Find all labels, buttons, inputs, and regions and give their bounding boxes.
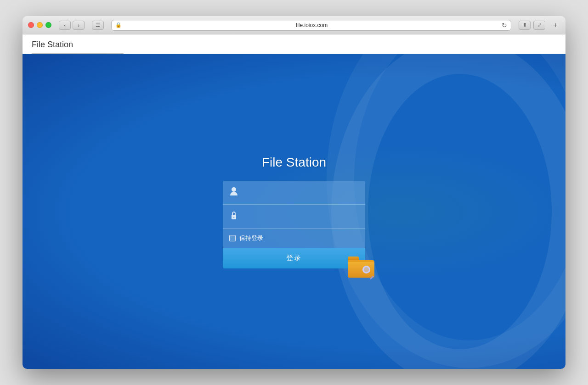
forward-button[interactable]: › [73, 21, 85, 30]
back-button[interactable]: ‹ [59, 21, 71, 30]
remember-me-row: 保持登录 [223, 229, 365, 248]
login-button[interactable]: 登录 [223, 248, 365, 268]
page-nav: File Station [23, 34, 565, 54]
password-field-row [223, 205, 365, 229]
password-input[interactable] [243, 205, 359, 228]
sidebar-toggle-button[interactable]: ☰ [92, 21, 104, 30]
browser-titlebar: ‹ › ☰ 🔒 file.ioiox.com ↻ ⬆ ⤢ + [23, 16, 565, 34]
login-container: File Station [223, 155, 365, 268]
page-title: File Station [32, 40, 556, 50]
remember-label: 保持登录 [239, 234, 263, 242]
svg-point-0 [232, 187, 236, 192]
svg-rect-2 [233, 217, 235, 218]
user-icon [229, 187, 238, 198]
refresh-button[interactable]: ↻ [502, 22, 507, 29]
lock-icon [229, 211, 238, 222]
lock-icon: 🔒 [115, 22, 122, 28]
username-field-row [223, 181, 365, 205]
username-input[interactable] [243, 181, 359, 204]
maximize-button[interactable] [45, 22, 51, 28]
browser-window: ‹ › ☰ 🔒 file.ioiox.com ↻ ⬆ ⤢ + [23, 16, 565, 369]
minimize-button[interactable] [37, 22, 43, 28]
browser-actions: ⬆ ⤢ [519, 21, 545, 30]
add-tab-button[interactable]: + [551, 21, 560, 30]
folder-search-icon [348, 257, 375, 281]
address-text: file.ioiox.com [124, 22, 500, 28]
share-button[interactable]: ⬆ [519, 21, 531, 30]
nav-buttons: ‹ › [59, 21, 85, 30]
traffic-lights [28, 22, 51, 28]
login-form: 保持登录 登录 [223, 181, 365, 268]
login-title: File Station [262, 155, 326, 170]
page-title-underline [32, 53, 124, 54]
remember-checkbox[interactable] [229, 235, 236, 241]
browser-viewport: File Station File Station [23, 34, 565, 369]
expand-button[interactable]: ⤢ [533, 21, 545, 30]
close-button[interactable] [28, 22, 34, 28]
address-bar[interactable]: 🔒 file.ioiox.com ↻ [111, 20, 511, 31]
page-content: File Station [23, 54, 565, 369]
